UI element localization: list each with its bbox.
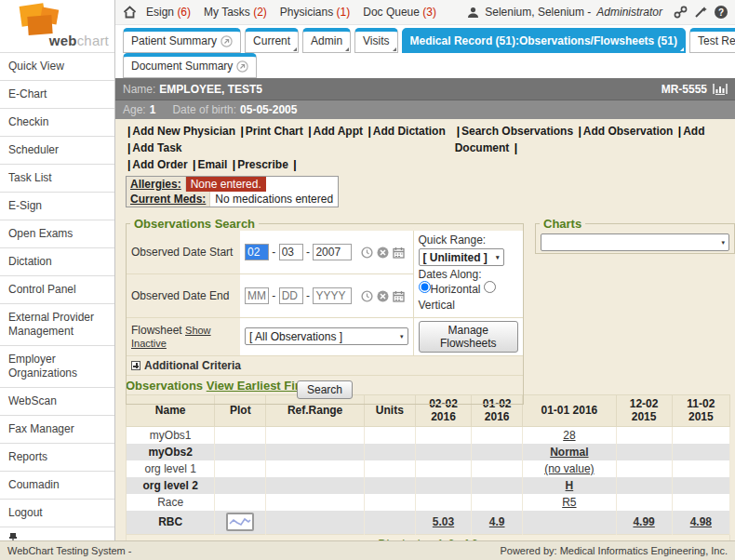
obs-value-link[interactable]: 5.03 — [433, 515, 454, 528]
sidebar-item-employer-organizations[interactable]: Employer Organizations — [0, 345, 114, 387]
quick-range-select[interactable]: [ Unlimited ] ▾ — [419, 248, 504, 266]
clear-date-icon[interactable] — [377, 247, 389, 259]
search-observations-link[interactable]: Search Observations — [461, 125, 573, 138]
sidebar-item-scheduler[interactable]: Scheduler — [0, 136, 114, 164]
sidebar-item-dictation[interactable]: Dictation — [0, 247, 114, 275]
add-appt-link[interactable]: Add Appt — [313, 125, 363, 138]
sidebar-item-coumadin[interactable]: Coumadin — [0, 471, 114, 499]
sidebar-item-quick-view[interactable]: Quick View — [0, 52, 114, 80]
start-day-input[interactable] — [279, 244, 303, 260]
charts-fieldset: Charts ▾ — [535, 217, 735, 254]
observed-date-start-label: Observed Date Start — [127, 231, 240, 273]
current-meds-value: No medications entered — [210, 192, 338, 207]
table-row: org level 2 H — [127, 477, 730, 494]
calendar-icon[interactable] — [393, 247, 405, 259]
time-icon[interactable] — [361, 247, 373, 259]
obs-value-link[interactable]: H — [566, 479, 574, 492]
dates-along-vertical-radio[interactable] — [484, 281, 496, 293]
vertical-option-label: Vertical — [419, 299, 455, 312]
tab-test-results[interactable]: Test Results — [689, 28, 735, 53]
page-footer: WebChart Testing System - Powered by: Me… — [0, 540, 735, 560]
observations-search-fieldset: Observations Search Observed Date Start … — [126, 217, 524, 405]
allergies-link[interactable]: Allergies: — [130, 178, 181, 191]
add-new-physician-link[interactable]: Add New Physician — [132, 125, 235, 138]
tab-document-summary[interactable]: Document Summary — [123, 53, 257, 78]
patient-name-bar: Name: EMPLOYEE, TEST5 MR-5555 — [115, 78, 735, 100]
table-row: Race R5 — [127, 494, 730, 511]
sidebar-item-e-chart[interactable]: E-Chart — [0, 80, 114, 108]
tab-menu-corner-icon — [680, 47, 684, 51]
observations-table: Name Plot Ref.Range Units 02-02 2016 01-… — [126, 394, 730, 535]
tab-medical-record-active[interactable]: Medical Record (51):Observations/Flowshe… — [402, 28, 686, 53]
add-observation-link[interactable]: Add Observation — [583, 125, 674, 138]
add-order-link[interactable]: Add Order — [132, 158, 187, 171]
col-date-4[interactable]: 12-02 2015 — [616, 395, 672, 427]
obs-value-link[interactable]: R5 — [562, 496, 576, 509]
sidebar-item-logout[interactable]: Logout — [0, 499, 114, 527]
flowsheet-select[interactable]: [ All Observations ] ▾ — [245, 327, 408, 345]
col-date-5[interactable]: 11-02 2015 — [672, 395, 729, 427]
user-name[interactable]: Selenium, Selenium - — [485, 6, 591, 19]
time-icon[interactable] — [361, 290, 373, 302]
email-link[interactable]: Email — [197, 158, 227, 171]
nav-my-tasks[interactable]: My Tasks (2) — [204, 6, 267, 19]
tab-menu-corner-icon — [345, 47, 349, 51]
nav-esign[interactable]: Esign (6) — [146, 6, 191, 19]
home-icon[interactable] — [123, 6, 137, 19]
add-task-link[interactable]: Add Task — [132, 141, 181, 154]
sidebar-item-webscan[interactable]: WebScan — [0, 387, 114, 415]
end-month-input[interactable] — [245, 287, 269, 304]
manage-flowsheets-button[interactable]: Manage Flowsheets — [419, 321, 519, 353]
chart-content: |Add New Physician |Print Chart |Add App… — [115, 119, 735, 560]
col-date-3[interactable]: 01-01 2016 — [523, 395, 616, 427]
charts-select[interactable]: ▾ — [541, 233, 729, 251]
search-button[interactable]: Search — [297, 380, 353, 399]
obs-name: RBC — [127, 511, 215, 535]
top-nav-links: Esign (6) My Tasks (2) Physicians (1) Do… — [146, 6, 436, 19]
add-dictation-link[interactable]: Add Dictation — [373, 125, 446, 138]
sidebar-item-reports[interactable]: Reports — [0, 443, 114, 471]
obs-value-link[interactable]: 4.99 — [633, 515, 654, 528]
link-icon[interactable] — [674, 6, 688, 19]
sidebar-item-task-list[interactable]: Task List — [0, 164, 114, 192]
sidebar-item-checkin[interactable]: Checkin — [0, 108, 114, 136]
start-month-input[interactable] — [245, 244, 269, 260]
nav-physicians[interactable]: Physicians (1) — [280, 6, 350, 19]
dates-along-horizontal-radio[interactable] — [419, 281, 431, 293]
obs-name: myObs2 — [127, 444, 215, 460]
obs-value-link[interactable]: 28 — [563, 429, 575, 442]
obs-value-link[interactable]: (no value) — [544, 462, 594, 475]
sparkline-icon — [228, 514, 252, 529]
obs-value-link[interactable]: 4.98 — [690, 515, 712, 528]
obs-value-link[interactable]: Normal — [550, 446, 588, 459]
charts-title: Charts — [540, 217, 585, 231]
prescribe-link[interactable]: Prescribe — [237, 158, 288, 171]
end-day-input[interactable] — [279, 287, 303, 304]
end-year-input[interactable] — [313, 287, 352, 304]
sidebar-item-control-panel[interactable]: Control Panel — [0, 275, 114, 303]
sidebar-item-e-sign[interactable]: E-Sign — [0, 192, 114, 220]
sidebar-item-external-provider-management[interactable]: External Provider Management — [0, 303, 114, 345]
quick-range-label: Quick Range: — [419, 233, 519, 247]
chart-bars-icon[interactable] — [713, 83, 728, 95]
nav-doc-queue[interactable]: Doc Queue (3) — [363, 6, 436, 19]
print-chart-link[interactable]: Print Chart — [246, 125, 303, 138]
patient-age: 1 — [150, 103, 156, 116]
help-icon[interactable]: ? — [715, 6, 728, 19]
start-year-input[interactable] — [313, 244, 352, 260]
calendar-icon[interactable] — [393, 290, 405, 302]
tab-patient-summary[interactable]: Patient Summary — [123, 28, 241, 53]
clear-date-icon[interactable] — [377, 290, 389, 302]
current-meds-link[interactable]: Current Meds: — [130, 193, 206, 206]
sidebar-item-open-exams[interactable]: Open Exams — [0, 220, 114, 247]
plot-sparkline-button[interactable] — [226, 513, 254, 531]
popup-icon — [220, 35, 233, 47]
tab-visits[interactable]: Visits — [354, 28, 397, 53]
tab-current[interactable]: Current — [245, 28, 299, 53]
tab-admin[interactable]: Admin — [302, 28, 351, 53]
additional-criteria-toggle[interactable]: Additional Criteria — [127, 355, 523, 375]
sidebar-item-fax-manager[interactable]: Fax Manager — [0, 415, 114, 443]
obs-value-link[interactable]: 4.9 — [489, 515, 505, 528]
webchart-logo[interactable]: webchart — [0, 0, 114, 52]
wand-icon[interactable] — [694, 6, 708, 19]
